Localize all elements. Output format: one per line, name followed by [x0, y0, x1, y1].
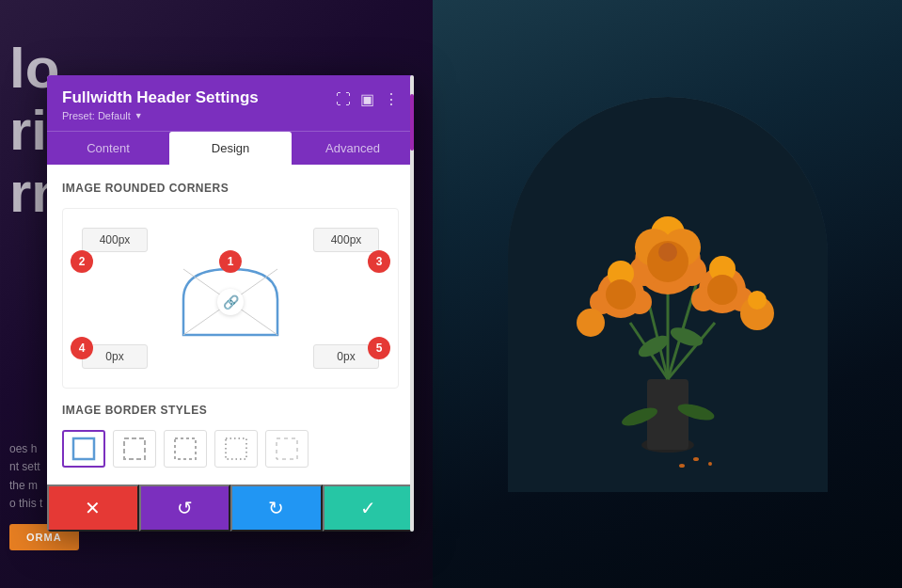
redo-button[interactable]: ↻ [230, 485, 323, 532]
cancel-button[interactable]: ✕ [47, 485, 139, 532]
arch-preview-container: 1 🔗 [82, 260, 379, 344]
corners-top-row: 2 3 [82, 228, 379, 252]
top-left-field: 2 [82, 228, 148, 252]
border-styles-title: Image Border Styles [62, 404, 399, 417]
bottom-left-field: 4 [82, 344, 148, 369]
more-icon[interactable]: ⋮ [384, 90, 399, 108]
top-right-field: 3 [313, 228, 379, 252]
panel-header-icons: ⛶ ▣ ⋮ [336, 90, 399, 108]
bg-right [433, 0, 902, 588]
save-button[interactable]: ✓ [323, 485, 415, 532]
tab-content[interactable]: Content [47, 132, 169, 165]
svg-point-33 [679, 464, 685, 468]
svg-point-22 [606, 279, 636, 310]
panel-tabs: Content Design Advanced [47, 131, 414, 165]
border-solid-btn[interactable] [62, 430, 105, 468]
panel-body: Image Rounded Corners 2 3 1 [47, 165, 414, 485]
top-right-input[interactable] [313, 228, 379, 252]
panel-title-group: Fullwidth Header Settings Preset: Defaul… [62, 88, 259, 121]
panel-title: Fullwidth Header Settings [62, 88, 259, 107]
tab-design[interactable]: Design [169, 132, 292, 165]
scrollbar[interactable] [410, 75, 414, 532]
svg-point-31 [693, 457, 699, 461]
panel-footer: ✕ ↺ ↻ ✓ [47, 485, 414, 532]
badge-1: 1 [219, 250, 242, 273]
corners-bottom-row: 4 5 [82, 344, 379, 369]
svg-rect-40 [175, 438, 196, 459]
border-dashed-medium-btn[interactable] [164, 430, 207, 468]
reset-button[interactable]: ↺ [139, 485, 231, 532]
scroll-thumb [410, 94, 414, 151]
arch-image-frame [508, 97, 828, 492]
svg-rect-41 [226, 438, 246, 459]
top-left-input[interactable] [82, 228, 148, 252]
svg-point-30 [577, 309, 605, 337]
border-none-btn[interactable] [265, 430, 309, 468]
svg-point-29 [748, 291, 767, 310]
arch-preview: 1 🔗 [174, 260, 287, 344]
border-dotted-btn[interactable] [214, 430, 258, 468]
svg-rect-42 [277, 438, 297, 459]
badge-4: 4 [71, 337, 93, 359]
badge-5: 5 [368, 337, 390, 359]
settings-panel: Fullwidth Header Settings Preset: Defaul… [47, 75, 414, 532]
svg-point-27 [707, 275, 737, 305]
link-icon[interactable]: 🔗 [217, 289, 244, 315]
rounded-corners-title: Image Rounded Corners [62, 182, 399, 195]
border-dashed-light-btn[interactable] [113, 430, 156, 468]
panel-preset[interactable]: Preset: Default ▼ [62, 110, 259, 121]
panel-header: Fullwidth Header Settings Preset: Defaul… [47, 75, 414, 131]
tab-advanced[interactable]: Advanced [292, 132, 414, 165]
bottom-right-field: 5 [313, 344, 379, 369]
corners-control: 2 3 1 � [62, 208, 399, 389]
preset-dropdown-arrow: ▼ [135, 111, 143, 120]
svg-rect-39 [124, 438, 145, 459]
svg-point-17 [658, 243, 677, 262]
svg-point-32 [708, 462, 712, 466]
fullscreen-icon[interactable]: ⛶ [336, 91, 351, 108]
layout-icon[interactable]: ▣ [360, 90, 374, 108]
border-styles-row [62, 430, 399, 468]
badge-2: 2 [71, 250, 93, 273]
svg-rect-38 [73, 438, 94, 459]
badge-3: 3 [368, 250, 390, 273]
